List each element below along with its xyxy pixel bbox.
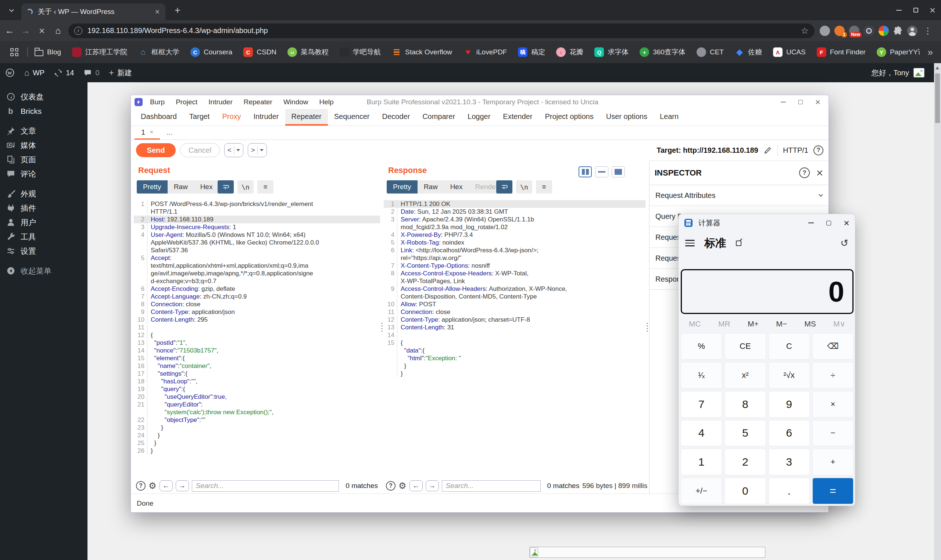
calc-key-7[interactable]: 7 [681, 391, 722, 417]
extension-generic-icon[interactable] [820, 26, 830, 36]
tab-project-options[interactable]: Project options [538, 109, 600, 126]
minimize-icon[interactable] [781, 102, 786, 102]
calc-maximize-button[interactable] [820, 214, 837, 232]
close-icon[interactable] [815, 100, 821, 105]
response-editor[interactable]: 1HTTP/1.1 200 OK2Date: Sun, 12 Jan 2025 … [384, 198, 645, 477]
window-maximize-button[interactable] [907, 0, 924, 20]
bookmark-item[interactable]: ♥iLovePDF [463, 48, 507, 57]
memory-button-m−[interactable]: M− [776, 320, 787, 328]
wp-updates-link[interactable]: 14 [54, 69, 74, 77]
tab-comparer[interactable]: Comparer [416, 109, 461, 126]
bookmark-item[interactable]: Blog [35, 48, 61, 56]
menu-help[interactable]: Help [319, 98, 334, 106]
sidebar-item-collapse[interactable]: 收起菜单 [0, 264, 88, 278]
calc-key-0[interactable]: 0 [725, 478, 766, 504]
layout-rows-button[interactable] [595, 166, 608, 177]
menu-burp[interactable]: Burp [150, 98, 165, 106]
extension-orange-icon[interactable]: 1 [835, 26, 845, 36]
page-scrollbar[interactable] [934, 63, 941, 560]
calc-key-1[interactable]: 1 [681, 449, 722, 475]
word-wrap-toggle[interactable] [496, 180, 512, 194]
search-prev-button[interactable]: ← [409, 480, 423, 491]
bookmark-item[interactable]: FFont Finder [817, 48, 865, 57]
send-button[interactable]: Send [136, 143, 176, 157]
bookmark-item[interactable]: CCoursera [190, 48, 232, 57]
bookmark-star-icon[interactable]: ☆ [801, 26, 809, 36]
calc-key-=[interactable]: = [812, 478, 853, 504]
bookmark-item[interactable]: ◆佐糖 [735, 48, 762, 57]
extension-camera-icon[interactable] [864, 26, 874, 36]
calc-key-8[interactable]: 8 [725, 391, 766, 417]
window-minimize-button[interactable] [890, 0, 907, 20]
bookmark-item[interactable]: Stack Overflow [392, 48, 452, 57]
wp-account-menu[interactable]: 您好，Tony [872, 68, 924, 78]
calc-key-CE[interactable]: CE [725, 333, 766, 360]
bookmark-item[interactable]: ‹›菜鸟教程 [287, 48, 329, 57]
search-next-button[interactable]: → [426, 480, 439, 491]
calc-close-button[interactable] [837, 214, 855, 232]
sidebar-item-pages[interactable]: 页面 [0, 152, 88, 167]
tab-search-button[interactable] [6, 5, 17, 16]
sidebar-item-dashboard[interactable]: 仪表盘 [0, 89, 88, 104]
menu-repeater[interactable]: Repeater [244, 98, 272, 106]
calc-key-2[interactable]: 2 [725, 449, 766, 475]
tab-decoder[interactable]: Decoder [376, 109, 417, 126]
tab-intruder[interactable]: Intruder [247, 109, 285, 126]
sidebar-item-posts[interactable]: 文章 [0, 124, 88, 138]
apps-grid-icon[interactable] [10, 48, 19, 56]
tab-sequencer[interactable]: Sequencer [328, 109, 376, 126]
bookmark-item[interactable]: ◗花瓣 [556, 48, 583, 57]
calc-key-9[interactable]: 9 [768, 391, 810, 417]
tab-close-icon[interactable]: × [150, 129, 153, 136]
repeater-tab-more[interactable]: ... [160, 126, 179, 140]
window-close-button[interactable] [924, 0, 941, 20]
layout-columns-button[interactable] [578, 166, 592, 177]
word-wrap-toggle[interactable] [218, 180, 234, 194]
browser-menu-icon[interactable]: ⋮ [923, 26, 932, 36]
panel-splitter[interactable] [645, 160, 649, 494]
calc-key-5[interactable]: 5 [725, 420, 766, 446]
editor-menu-button[interactable]: ≡ [257, 180, 273, 194]
view-tab-raw[interactable]: Raw [168, 180, 194, 194]
editor-menu-button[interactable]: ≡ [536, 180, 552, 194]
bookmark-item[interactable]: ΛUCAS [773, 48, 806, 57]
url-text[interactable]: 192.168.110.189/WordPress-6.4.3/wp-admin… [88, 26, 801, 35]
response-search-input[interactable] [442, 480, 541, 492]
tab-proxy[interactable]: Proxy [216, 109, 247, 126]
sidebar-item-users[interactable]: 用户 [0, 215, 88, 229]
repeater-tab-1[interactable]: 1 × [134, 126, 160, 140]
memory-button-ms[interactable]: MS [804, 320, 816, 328]
sidebar-item-settings[interactable]: 设置 [0, 244, 88, 258]
forward-button[interactable]: → [19, 24, 32, 37]
sidebar-item-bricks[interactable]: bBricks [0, 104, 88, 118]
calc-key-6[interactable]: 6 [768, 420, 810, 446]
sidebar-item-media[interactable]: 媒体 [0, 138, 88, 152]
sidebar-item-tools[interactable]: 工具 [0, 229, 88, 244]
calc-key-3[interactable]: 3 [768, 449, 810, 475]
inspector-close-icon[interactable] [816, 170, 823, 176]
address-bar[interactable]: i 192.168.110.189/WordPress-6.4.3/wp-adm… [68, 23, 815, 38]
tab-extender[interactable]: Extender [497, 109, 538, 126]
help-icon[interactable]: ? [813, 145, 823, 155]
view-tab-hex[interactable]: Hex [444, 180, 469, 194]
view-tab-pretty[interactable]: Pretty [387, 180, 418, 194]
request-editor[interactable]: 1POST /WordPress-6.4.3/wp-json/bricks/v1… [134, 198, 380, 477]
scrollbar-up-arrow-icon[interactable] [935, 66, 939, 69]
menu-project[interactable]: Project [176, 98, 197, 106]
calc-key-−[interactable]: − [812, 420, 853, 446]
maximize-icon[interactable] [798, 100, 803, 104]
bookmark-item[interactable]: ⌂框框大学 [138, 48, 179, 57]
edit-pencil-icon[interactable] [764, 146, 772, 155]
bookmark-item[interactable]: CCSDN [243, 48, 276, 57]
menu-window[interactable]: Window [284, 98, 309, 106]
menu-intruder[interactable]: Intruder [208, 98, 232, 106]
extensions-puzzle-icon[interactable] [893, 26, 903, 35]
calc-key-⌫[interactable]: ⌫ [812, 333, 853, 360]
calc-key-×[interactable]: × [812, 391, 853, 417]
layout-single-button[interactable] [612, 166, 625, 177]
history-icon[interactable]: ↺ [840, 238, 848, 249]
bookmark-item[interactable]: CET [697, 48, 724, 57]
calc-key-C[interactable]: C [768, 333, 810, 360]
inspector-section[interactable]: Request Attributes [649, 185, 828, 206]
search-help-icon[interactable]: ? [136, 481, 145, 491]
